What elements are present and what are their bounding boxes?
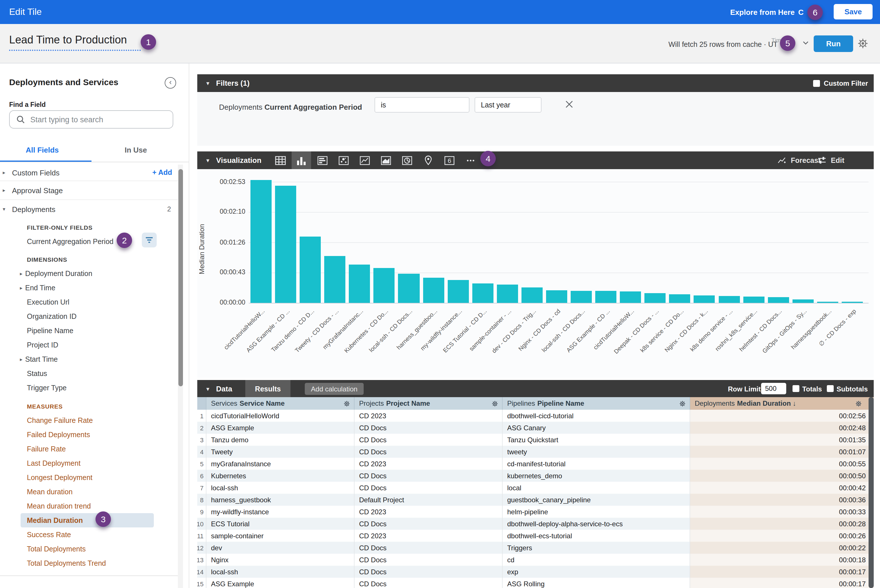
- filter-by-field-icon[interactable]: [142, 232, 156, 248]
- sidebar-field-pipeline-name[interactable]: Pipeline Name: [0, 323, 178, 338]
- expand-right-icon[interactable]: ▸: [17, 271, 25, 276]
- table-cell[interactable]: CD 2023: [355, 506, 502, 518]
- viz-type-bar-chart-icon[interactable]: [313, 152, 332, 169]
- sidebar-field-mean-duration[interactable]: Mean duration: [0, 484, 178, 499]
- viz-type-scatter-icon[interactable]: [334, 152, 354, 169]
- table-cell[interactable]: 00:01:07: [690, 446, 874, 458]
- table-cell[interactable]: 00:00:33: [690, 506, 874, 518]
- bar-23[interactable]: [792, 299, 813, 303]
- bar-13[interactable]: [546, 290, 567, 303]
- sidebar-field-total-deployments[interactable]: Total Deployments: [0, 542, 178, 556]
- sidebar-scrollbar-thumb[interactable]: [178, 169, 183, 386]
- chevron-down-icon[interactable]: [803, 41, 809, 45]
- sidebar-field-success-rate[interactable]: Success Rate: [0, 527, 178, 542]
- table-cell[interactable]: local: [502, 482, 690, 494]
- sidebar-field-longest-deployment[interactable]: Longest Deployment: [0, 470, 178, 484]
- expand-right-icon[interactable]: ▸: [17, 285, 25, 291]
- sidebar-item-approval-stage[interactable]: ▸ Approval Stage: [0, 181, 178, 200]
- table-cell[interactable]: 00:00:17: [690, 566, 874, 578]
- sidebar-field-median-duration[interactable]: Median Duration: [0, 513, 178, 527]
- table-cell[interactable]: 00:00:28: [690, 518, 874, 530]
- sidebar-field-deployment-duration[interactable]: ▸Deployment Duration: [0, 266, 178, 280]
- sidebar-item-current-aggregation-period[interactable]: Current Aggregation Period: [0, 234, 178, 249]
- table-cell[interactable]: Triggers: [502, 542, 690, 554]
- table-cell[interactable]: 00:02:48: [690, 422, 874, 434]
- table-cell[interactable]: local-ssh: [206, 482, 355, 494]
- table-cell[interactable]: CD Docs: [355, 482, 502, 494]
- bar-9[interactable]: [447, 280, 469, 303]
- table-cell[interactable]: ASG Example: [206, 578, 355, 588]
- tab-all-fields[interactable]: All Fields: [26, 146, 59, 154]
- table-cell[interactable]: myGrafanaInstance: [206, 458, 355, 470]
- table-cell[interactable]: CD Docs: [355, 434, 502, 446]
- table-cell[interactable]: 00:02:56: [690, 410, 874, 422]
- table-cell[interactable]: Default Project: [355, 494, 502, 506]
- viz-type-more-icon[interactable]: [461, 152, 480, 169]
- filter-operator-input[interactable]: is: [375, 97, 469, 112]
- table-cell[interactable]: CD 2023: [355, 458, 502, 470]
- table-cell[interactable]: CD Docs: [355, 542, 502, 554]
- table-cell[interactable]: CD Docs: [355, 518, 502, 530]
- sidebar-field-status[interactable]: Status: [0, 366, 178, 381]
- filter-value-input[interactable]: Last year: [475, 97, 542, 112]
- table-cell[interactable]: CD 2023: [355, 410, 502, 422]
- expand-right-icon[interactable]: ▸: [0, 188, 8, 193]
- table-cell[interactable]: harness_guestbook: [206, 494, 355, 506]
- column-header-median-duration[interactable]: DeploymentsMedian Duration ↓: [690, 397, 874, 410]
- table-cell[interactable]: dbothwell-cicd-tutorial: [502, 410, 690, 422]
- bar-2[interactable]: [275, 186, 296, 303]
- tab-in-use[interactable]: In Use: [125, 146, 147, 154]
- run-button[interactable]: Run: [814, 35, 853, 52]
- bar-16[interactable]: [620, 291, 641, 303]
- tab-results[interactable]: Results: [245, 380, 290, 398]
- bar-20[interactable]: [719, 296, 740, 303]
- table-cell[interactable]: CD Docs: [355, 566, 502, 578]
- column-header-project-name[interactable]: ProjectsProject Name: [355, 397, 502, 410]
- table-cell[interactable]: 00:00:18: [690, 554, 874, 566]
- sidebar-field-project-id[interactable]: Project ID: [0, 338, 178, 352]
- table-cell[interactable]: Tanzu Quickstart: [502, 434, 690, 446]
- table-cell[interactable]: 00:00:17: [690, 578, 874, 588]
- viz-type-pie-chart-icon[interactable]: [397, 152, 417, 169]
- table-cell[interactable]: Tweety: [206, 446, 355, 458]
- custom-filter-toggle[interactable]: Custom Filter: [813, 74, 868, 92]
- table-cell[interactable]: Nginx: [206, 554, 355, 566]
- table-cell[interactable]: ASG Rolling: [502, 578, 690, 588]
- table-cell[interactable]: Kubernetes: [206, 470, 355, 482]
- table-cell[interactable]: 00:01:35: [690, 434, 874, 446]
- sidebar-item-custom-fields[interactable]: ▸ Custom Fields + Add: [0, 165, 178, 181]
- sidebar-field-start-time[interactable]: ▸Start Time: [0, 352, 178, 366]
- viz-type-map-icon[interactable]: [418, 152, 438, 169]
- table-cell[interactable]: kubernetes_demo: [502, 470, 690, 482]
- bar-19[interactable]: [694, 296, 715, 303]
- caret-down-icon[interactable]: ▼: [205, 386, 211, 392]
- table-cell[interactable]: dbothwell-ecs-tutorial: [502, 530, 690, 542]
- bar-10[interactable]: [472, 284, 493, 303]
- viz-type-area-chart-icon[interactable]: [376, 152, 396, 169]
- sidebar-field-failure-rate[interactable]: Failure Rate: [0, 442, 178, 456]
- sidebar-field-end-time[interactable]: ▸End Time: [0, 280, 178, 295]
- data-header-bar[interactable]: ▼ Data Results Add calculation Row Limit…: [197, 380, 874, 398]
- table-cell[interactable]: CD Docs: [355, 554, 502, 566]
- explore-from-here-link[interactable]: Explore from Here: [730, 8, 794, 16]
- add-calculation-button[interactable]: Add calculation: [305, 383, 364, 395]
- save-button[interactable]: Save: [834, 4, 872, 20]
- viz-type-single-value-icon[interactable]: 6: [440, 152, 459, 169]
- bar-8[interactable]: [423, 278, 444, 303]
- table-cell[interactable]: dbothwell-deploy-alpha-service-to-ecs: [502, 518, 690, 530]
- sidebar-field-mean-duration-trend[interactable]: Mean duration trend: [0, 499, 178, 513]
- sidebar-field-execution-url[interactable]: Execution Url: [0, 295, 178, 309]
- bar-11[interactable]: [497, 285, 518, 303]
- sidebar-field-organization-id[interactable]: Organization ID: [0, 309, 178, 323]
- table-cell[interactable]: 00:00:50: [690, 470, 874, 482]
- column-header-service-name[interactable]: ServicesService Name: [206, 397, 355, 410]
- gear-icon[interactable]: [855, 400, 862, 407]
- table-cell[interactable]: cd-manifest-tutorial: [502, 458, 690, 470]
- bar-22[interactable]: [768, 297, 789, 303]
- table-cell[interactable]: ASG Canary: [502, 422, 690, 434]
- sidebar-field-trigger-type[interactable]: Trigger Type: [0, 381, 178, 395]
- caret-down-icon[interactable]: ▼: [205, 158, 211, 163]
- gear-icon[interactable]: [857, 37, 869, 50]
- expand-right-icon[interactable]: ▸: [0, 170, 8, 176]
- visualization-header-bar[interactable]: ▼ Visualization: [197, 152, 874, 169]
